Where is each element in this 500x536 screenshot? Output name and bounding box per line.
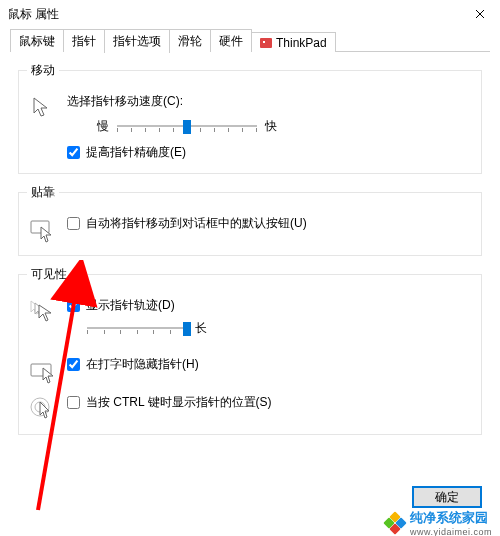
trails-input[interactable] bbox=[67, 299, 80, 312]
snap-input[interactable] bbox=[67, 217, 80, 230]
tab-strip: 鼠标键 指针 指针选项 滑轮 硬件 ThinkPad bbox=[0, 28, 500, 52]
enhance-precision-label: 提高指针精确度(E) bbox=[86, 144, 186, 161]
watermark-url: www.yidaimei.com bbox=[410, 527, 492, 536]
tab-thinkpad[interactable]: ThinkPad bbox=[251, 32, 336, 52]
enhance-precision-checkbox[interactable]: 提高指针精确度(E) bbox=[67, 144, 473, 161]
title-bar: 鼠标 属性 bbox=[0, 0, 500, 28]
trails-checkbox[interactable]: 显示指针轨迹(D) bbox=[67, 297, 473, 314]
hide-typing-icon bbox=[27, 356, 57, 384]
hide-typing-checkbox[interactable]: 在打字时隐藏指针(H) bbox=[67, 356, 473, 373]
enhance-precision-input[interactable] bbox=[67, 146, 80, 159]
hide-typing-input[interactable] bbox=[67, 358, 80, 371]
thinkpad-icon bbox=[260, 38, 272, 48]
watermark: 纯净系统家园 www.yidaimei.com bbox=[386, 510, 492, 536]
close-icon bbox=[475, 9, 485, 19]
trails-long-label: 长 bbox=[195, 320, 207, 337]
tab-wheel[interactable]: 滑轮 bbox=[169, 29, 211, 52]
snap-icon bbox=[27, 215, 57, 243]
close-button[interactable] bbox=[460, 0, 500, 28]
ctrl-locate-icon bbox=[27, 394, 57, 422]
ctrl-locate-label: 当按 CTRL 键时显示指针的位置(S) bbox=[86, 394, 272, 411]
ctrl-locate-input[interactable] bbox=[67, 396, 80, 409]
speed-fast-label: 快 bbox=[265, 118, 277, 135]
group-visibility: 可见性 显示指针轨迹(D) bbox=[18, 266, 482, 435]
pointer-speed-label: 选择指针移动速度(C): bbox=[67, 93, 473, 110]
dialog-button-row: 确定 bbox=[10, 486, 490, 508]
trails-length-slider[interactable] bbox=[87, 318, 187, 338]
group-motion: 移动 选择指针移动速度(C): 慢 快 bbox=[18, 62, 482, 174]
watermark-brand: 纯净系统家园 bbox=[410, 509, 492, 527]
tab-hardware[interactable]: 硬件 bbox=[210, 29, 252, 52]
trails-icon bbox=[27, 297, 57, 325]
window-title: 鼠标 属性 bbox=[8, 6, 59, 23]
snap-label: 自动将指针移动到对话框中的默认按钮(U) bbox=[86, 215, 307, 232]
group-motion-legend: 移动 bbox=[27, 62, 59, 79]
tab-pointer-options[interactable]: 指针选项 bbox=[104, 29, 170, 53]
pointer-speed-slider[interactable] bbox=[117, 116, 257, 136]
tab-pointers[interactable]: 指针 bbox=[63, 29, 105, 52]
speed-slow-label: 慢 bbox=[97, 118, 109, 135]
pointer-speed-icon bbox=[27, 93, 57, 121]
ctrl-locate-checkbox[interactable]: 当按 CTRL 键时显示指针的位置(S) bbox=[67, 394, 473, 411]
hide-typing-label: 在打字时隐藏指针(H) bbox=[86, 356, 199, 373]
tab-buttons[interactable]: 鼠标键 bbox=[10, 29, 64, 52]
ok-button[interactable]: 确定 bbox=[412, 486, 482, 508]
snap-checkbox[interactable]: 自动将指针移动到对话框中的默认按钮(U) bbox=[67, 215, 473, 232]
tab-thinkpad-label: ThinkPad bbox=[276, 36, 327, 50]
watermark-logo-icon bbox=[386, 514, 404, 532]
trails-label: 显示指针轨迹(D) bbox=[86, 297, 175, 314]
group-visibility-legend: 可见性 bbox=[27, 266, 71, 283]
group-snap: 贴靠 自动将指针移动到对话框中的默认按钮(U) bbox=[18, 184, 482, 256]
tab-page-pointer-options: 移动 选择指针移动速度(C): 慢 快 bbox=[0, 52, 500, 455]
group-snap-legend: 贴靠 bbox=[27, 184, 59, 201]
